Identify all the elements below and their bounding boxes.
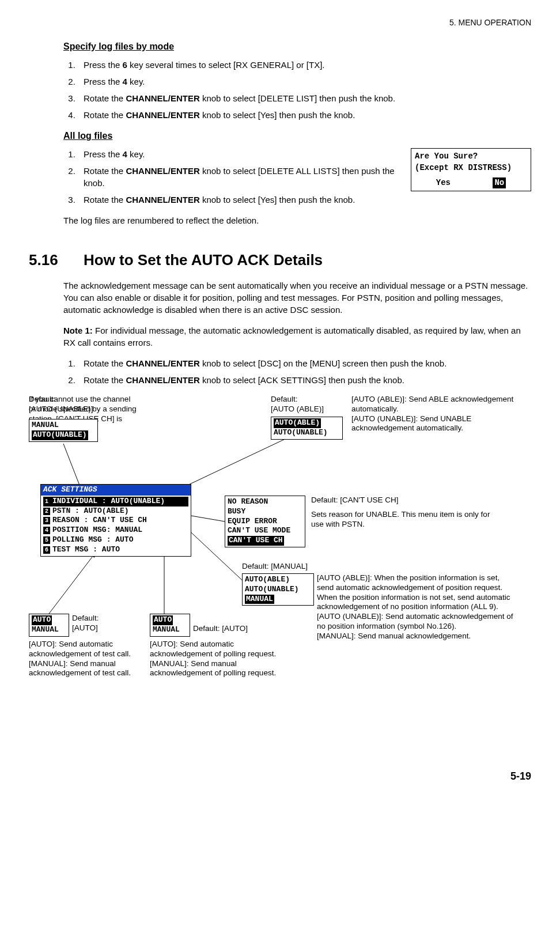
- popup-test: AUTO MANUAL: [29, 614, 69, 637]
- t: POLLING MSG : AUTO: [52, 535, 133, 544]
- menu-row: 6TEST MSG : AUTO: [43, 545, 188, 555]
- test-desc: [AUTO]: Send automatic acknowledgement o…: [29, 640, 141, 679]
- step: Rotate the CHANNEL/ENTER knob to select …: [78, 374, 531, 386]
- menu-row: 5POLLING MSG : AUTO: [43, 535, 188, 545]
- step: Press the 6 key several times to select …: [78, 59, 531, 71]
- step: Press the 4 key.: [78, 75, 531, 88]
- t: CHANNEL/ENTER: [126, 195, 199, 205]
- opt-selected: AUTO(UNABLE): [32, 430, 88, 440]
- t: PSTN : AUTO(ABLE): [52, 506, 129, 515]
- opt-selected: CAN'T USE CH: [228, 536, 284, 546]
- able-unable-desc: [AUTO (ABLE)]: Send ABLE acknowledgement…: [351, 395, 524, 434]
- svg-line-5: [49, 553, 95, 614]
- opt: CAN'T USE MODE: [228, 526, 302, 536]
- t: CHANNEL/ENTER: [126, 358, 199, 368]
- step: Rotate the CHANNEL/ENTER knob to select …: [78, 357, 531, 369]
- default-position: Default: [MANUAL]: [242, 562, 308, 572]
- t: CHANNEL/ENTER: [126, 166, 199, 176]
- t: knob to select [DELETE LIST] then push t…: [200, 93, 395, 103]
- confirm-no: No: [493, 177, 506, 189]
- subheading-specify: Specify log files by mode: [63, 40, 531, 53]
- t: Rotate the: [84, 166, 126, 176]
- t: POSITION MSG: MANUAL: [52, 526, 142, 534]
- t: Rotate the: [84, 358, 126, 368]
- opt: AUTO(UNABLE): [274, 428, 340, 438]
- t: 4: [123, 77, 127, 86]
- default-reason: Default: [CAN'T USE CH]: [311, 496, 426, 505]
- popup-position: AUTO(ABLE) AUTO(UNABLE) MANUAL: [242, 573, 314, 606]
- t: Rotate the: [84, 375, 126, 385]
- t: REASON : CAN'T USE CH: [52, 516, 147, 524]
- confirm-yes: Yes: [436, 177, 451, 189]
- t: key.: [127, 149, 145, 159]
- section-number: 5.16: [29, 250, 84, 270]
- subheading-all: All log files: [63, 130, 531, 142]
- steps-specify: Press the 6 key several times to select …: [63, 59, 531, 121]
- after-delete-note: The log files are renumbered to reflect …: [63, 214, 531, 226]
- t: knob to select [DSC] on the [MENU] scree…: [200, 358, 447, 368]
- opt: BUSY: [228, 507, 302, 517]
- steps-all: Press the 4 key. Rotate the CHANNEL/ENTE…: [63, 148, 399, 206]
- default-polling: Default: [AUTO]: [193, 624, 248, 634]
- t: knob to select [Yes] then push the knob.: [200, 195, 355, 205]
- t: Press the: [84, 60, 123, 70]
- para-intro: The acknowledgement message can be sent …: [63, 279, 531, 316]
- page-number: 5-19: [29, 769, 531, 784]
- popup-individual: MANUAL AUTO(UNABLE): [29, 419, 98, 442]
- step: Rotate the CHANNEL/ENTER knob to select …: [78, 165, 399, 189]
- t: CHANNEL/ENTER: [126, 110, 199, 120]
- opt: MANUAL: [32, 421, 95, 430]
- menu-title: ACK SETTINGS: [41, 485, 191, 496]
- menu-row: 2PSTN : AUTO(ABLE): [43, 506, 188, 516]
- menu-row: 1INDIVIDUAL : AUTO(UNABLE): [43, 497, 188, 506]
- opt: MANUAL: [153, 625, 187, 635]
- t: key several times to select [RX GENERAL]…: [127, 60, 325, 70]
- t: 6: [123, 60, 127, 70]
- ack-diagram: Default: [AUTO (UNABLE)] If you cannot u…: [29, 395, 531, 752]
- note-1: Note 1: For individual message, the auto…: [63, 324, 531, 349]
- t: Rotate the: [84, 93, 126, 103]
- t: Press the: [84, 77, 123, 86]
- t: CHANNEL/ENTER: [126, 375, 199, 385]
- t: knob to select [Yes] then push the knob.: [200, 110, 355, 120]
- default-test: Default: [AUTO]: [72, 614, 135, 633]
- t: Rotate the: [84, 195, 126, 205]
- step: Rotate the CHANNEL/ENTER knob to select …: [78, 92, 531, 104]
- menu-row: 4POSITION MSG: MANUAL: [43, 526, 188, 535]
- opt: EQUIP ERROR: [228, 517, 302, 527]
- step: Rotate the CHANNEL/ENTER knob to select …: [78, 194, 399, 206]
- t: key.: [127, 77, 145, 86]
- t: TEST MSG : AUTO: [52, 545, 120, 554]
- t: Rotate the: [84, 110, 126, 120]
- opt: NO REASON: [228, 497, 302, 507]
- opt-selected: AUTO: [153, 615, 173, 625]
- chapter-header: 5. MENU OPERATION: [29, 17, 531, 29]
- opt: AUTO(ABLE): [245, 575, 311, 585]
- confirm-line: (Except RX DISTRESS): [415, 162, 527, 174]
- confirm-dialog: Are You Sure? (Except RX DISTRESS) Yes N…: [411, 148, 531, 191]
- t: knob to select [ACK SETTINGS] then push …: [200, 375, 404, 385]
- t: INDIVIDUAL : AUTO(UNABLE): [52, 497, 165, 505]
- ack-settings-menu: ACK SETTINGS 1INDIVIDUAL : AUTO(UNABLE) …: [40, 484, 191, 557]
- t: Press the: [84, 149, 123, 159]
- polling-desc: [AUTO]: Send automatic acknowledgement o…: [150, 640, 277, 679]
- default-pstn: Default: [AUTO (ABLE)]: [271, 395, 340, 414]
- steps-ack: Rotate the CHANNEL/ENTER knob to select …: [63, 357, 531, 386]
- popup-polling: AUTO MANUAL: [150, 614, 190, 637]
- note-body: For individual message, the automatic ac…: [63, 326, 521, 347]
- popup-reason: NO REASON BUSY EQUIP ERROR CAN'T USE MOD…: [225, 496, 305, 547]
- t: 4: [123, 149, 127, 159]
- t: CHANNEL/ENTER: [126, 93, 199, 103]
- opt-selected: AUTO: [32, 615, 52, 625]
- menu-row: 3REASON : CAN'T USE CH: [43, 516, 188, 526]
- popup-pstn: AUTO(ABLE) AUTO(UNABLE): [271, 417, 343, 440]
- confirm-line: Are You Sure?: [415, 151, 527, 162]
- reason-desc: Sets reason for UNABLE. This menu item i…: [311, 510, 501, 530]
- opt: MANUAL: [32, 625, 66, 635]
- opt: AUTO(UNABLE): [245, 585, 311, 595]
- opt-selected: MANUAL: [245, 595, 274, 604]
- section-heading: 5.16 How to Set the AUTO ACK Details: [29, 250, 531, 270]
- opt-selected: AUTO(ABLE): [274, 418, 321, 428]
- position-desc: [AUTO (ABLE)]: When the position informa…: [317, 573, 516, 641]
- step: Rotate the CHANNEL/ENTER knob to select …: [78, 109, 531, 121]
